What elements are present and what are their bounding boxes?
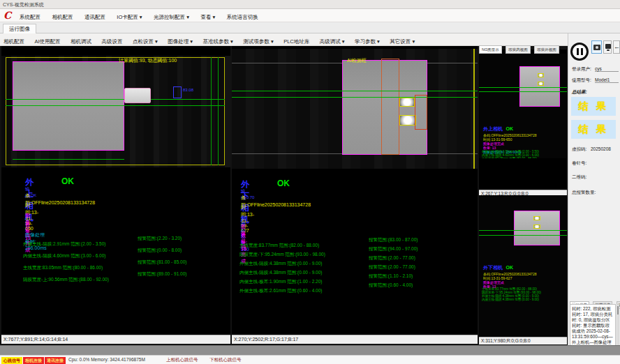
lower-camera-image[interactable]: AI检测框	[232, 49, 478, 169]
pixel-coordinate-bar: X:7677;Y:891;R:14;G:14;B:14	[1, 335, 230, 344]
ai-box-label: AI检测框	[347, 57, 367, 64]
upper-camera-image[interactable]: 83.08 计算阈值:93, 动态阈值:100	[1, 56, 230, 167]
mini-green-line	[479, 235, 567, 236]
thumbnail-view-bottom[interactable]: 外下相机 OK 条码:OFFline20250208133134728 时间:1…	[479, 195, 567, 344]
coords-text: X:270;Y:2502;R:17;G:17;B:17	[234, 337, 298, 342]
mini-camera-title: 外上相机	[483, 126, 503, 131]
monitor-icon	[605, 44, 611, 49]
baseline-green-line	[232, 91, 478, 91]
alarm-range: 报警范围:(83.00 - 87.00)	[369, 237, 418, 243]
defect-highlight	[399, 115, 416, 126]
log-text-area[interactable]: 耗时: 222, 瑕疵检测耗时: 17, 瑕疵分类耗时: 0, 瑕疵提取分区耗时…	[570, 304, 616, 346]
coords-text: X:311;Y:980;R:0;G:0;B:0	[481, 338, 531, 343]
model-value[interactable]: Model1	[595, 77, 619, 83]
thumbnail-tabs: NG图显示 瑕疵内视图 瑕疵外视图	[479, 41, 560, 50]
alarm-range: 报警范围:(2.00 - 77.00)	[369, 264, 415, 271]
baseline-green-line	[232, 97, 478, 98]
login-user-value[interactable]: cys	[595, 66, 619, 72]
log-scrollbar-thumb[interactable]	[617, 306, 619, 314]
measurement-row: 主线宽度:83.05mm 范围:(80.00 - 86.00) 报警范围:(81…	[23, 259, 103, 272]
menu-bar: C 系统配置 相机配置 通讯配置 IO卡配置 ▾ 光源控制配置 ▾ 查看 ▾ 系…	[0, 9, 620, 22]
measurement-value: 主线宽度:83.05mm 范围:(80.00 - 86.00)	[23, 265, 103, 270]
thumb-bottom-image: 外下相机 OK 条码:OFFline20250208133134728 时间:1…	[479, 195, 567, 337]
status-bar: 心跳信号 相机连接 通讯连接 Cpu: 0.0% Memory: 3424.41…	[0, 355, 620, 364]
mini-defect	[533, 225, 540, 229]
alarm-range: 报警范围:(2.20 - 3.20)	[138, 236, 182, 242]
alarm-range: 报警范围:(2.00 - 77.00)	[369, 255, 415, 261]
thumbnail-view-top[interactable]: 外上相机 OK 条码:OFFline20250208133134728 时间:1…	[479, 50, 567, 197]
tab-run-image[interactable]: 运行图像	[3, 24, 36, 33]
vertical-green-line	[211, 57, 212, 165]
mini-result-block: 外下相机 OK 条码:OFFline20250208133134728 时间:1…	[483, 259, 536, 289]
total-result-label: 总结果:	[572, 89, 587, 96]
pixel-coordinate-bar: X:311;Y:980;R:0;G:0;B:0	[479, 337, 567, 344]
alarm-range: 报警范围:(0.60 - 4.00)	[369, 282, 413, 289]
tab-connector-region	[124, 88, 151, 103]
title-bar: CYS-视觉检测系统	[0, 0, 620, 9]
upper-camera-heartbeat-text: 上相机心跳信号	[166, 357, 198, 363]
log-scrollbar[interactable]	[617, 304, 619, 346]
mini-green-line	[479, 87, 567, 88]
baseline-green-line	[6, 105, 225, 106]
thumb-tab-defect-outer[interactable]: 瑕疵外视图	[534, 45, 559, 54]
mini-green-line	[479, 91, 567, 92]
measurement-row: 隔膜宽度-上:90.56mm 范围:(88.00 - 92.00) 报警范围:(…	[23, 271, 109, 284]
roi-yellow-edge	[473, 49, 475, 169]
baseline-green-line	[6, 99, 225, 100]
result-indicator-text: 结 果	[578, 123, 609, 135]
lower-camera-heartbeat-text: 下相机心跳信号	[209, 357, 242, 363]
measure-tag-label: 83.08	[183, 88, 193, 92]
result-indicator-1: 结 果	[571, 97, 616, 116]
defect-red-box	[415, 95, 427, 130]
pause-icon	[581, 48, 583, 55]
result-indicator-2: 结 果	[571, 120, 616, 139]
defect-highlight	[399, 98, 415, 107]
pause-button[interactable]	[570, 43, 589, 61]
threshold-label: 计算阈值:93, 动态阈值:100	[119, 57, 177, 64]
camera-view-lower[interactable]: AI检测框 外下相机 OK 输出:0:70 条码:OFFline20250208…	[232, 46, 478, 344]
measure-blue-box	[173, 86, 182, 98]
window-title: CYS-视觉检测系统	[3, 2, 44, 7]
electrode-region	[13, 61, 124, 151]
pixel-coordinate-bar: X:270;Y:2502;R:17;G:17;B:17	[232, 335, 478, 344]
camera-connection-badge: 相机连接	[23, 357, 44, 364]
tab-strip: 运行图像	[0, 22, 620, 33]
measurement-value: 内侧主线-隔膜:4.60mm 范围:(3.00 - 6.00)	[23, 253, 105, 258]
mini-defect	[538, 73, 544, 77]
monitor-stand-icon	[607, 50, 610, 51]
mini-ok-label: OK	[505, 126, 513, 131]
bottom-gray-strip	[0, 345, 620, 355]
back-arrow-icon: ←	[614, 43, 620, 50]
app-logo-icon: C	[3, 10, 13, 21]
back-button[interactable]: ←	[613, 40, 620, 54]
thumb-tab-defect-inner[interactable]: 瑕疵内视图	[505, 45, 531, 54]
measurement-row: 外侧主线-隔膜:2.91mm 范围:(2.00 - 3.50) 报警范围:(2.…	[23, 236, 105, 248]
log-text: 耗时: 222, 瑕疵检测耗时: 17, 瑕疵分类耗时: 0, 瑕疵提取分区耗时…	[572, 306, 613, 346]
right-panel: ← 登录用户: cys 使用型号: Model1 总结果: 结 果 结 果 虚拟…	[568, 33, 620, 355]
mini-green-line	[479, 230, 567, 231]
cpu-memory-text: Cpu: 0.0% Memory: 3424.41796875M	[68, 357, 145, 362]
monitor-button[interactable]	[603, 40, 612, 54]
camera-capture-button[interactable]	[591, 40, 602, 54]
coords-text: X:7677;Y:891;R:14;G:14;B:14	[3, 337, 68, 342]
alarm-range: 报警范围:(0.00 - 8.00)	[138, 248, 182, 254]
thumb-tab-ng-display[interactable]: NG图显示	[479, 45, 502, 54]
thumb-top-image: 外上相机 OK 条码:OFFline20250208133134728 时间:1…	[479, 54, 567, 158]
model-label: 使用型号:	[572, 77, 591, 84]
measurement-row: 内侧主线-隔膜:4.60mm 范围:(3.00 - 6.00) 报警范围:(0.…	[23, 248, 105, 260]
alarm-range: 报警范围:(89.00 - 91.00)	[138, 271, 186, 278]
ai-detect-box	[381, 59, 399, 155]
measurement-row: 外侧主线-极耳:2.61mm 范围:(0.60 - 4.00) 报警范围:(0.…	[239, 282, 322, 295]
mini-measurement: 主线宽度:83.05mm 范围:(80.00 - 86.00)	[482, 157, 539, 158]
mini-defect	[533, 216, 540, 220]
measurement-value: 外侧主线-隔膜:2.91mm 范围:(2.00 - 3.50)	[23, 241, 105, 246]
total-alarm-label: 总报警数量:	[572, 190, 596, 196]
camera-lens-icon	[596, 46, 598, 49]
pause-icon	[577, 48, 579, 55]
comm-connection-badge: 通讯连接	[45, 357, 66, 364]
camera-view-upper[interactable]: 83.08 计算阈值:93, 动态阈值:100 外上相机 OK 输出:OK 条码…	[1, 46, 230, 344]
heartbeat-status-badge: 心跳信号	[1, 357, 22, 364]
measurement-value: 外侧主线-极耳:2.61mm 范围:(0.60 - 4.00)	[239, 288, 322, 293]
needle-number-label: 卷针号:	[572, 160, 586, 167]
mini-measure-rows: 主线宽度:83.77mm 范围:(82.00 - 88.00) 隔膜宽度-下:9…	[482, 287, 541, 301]
